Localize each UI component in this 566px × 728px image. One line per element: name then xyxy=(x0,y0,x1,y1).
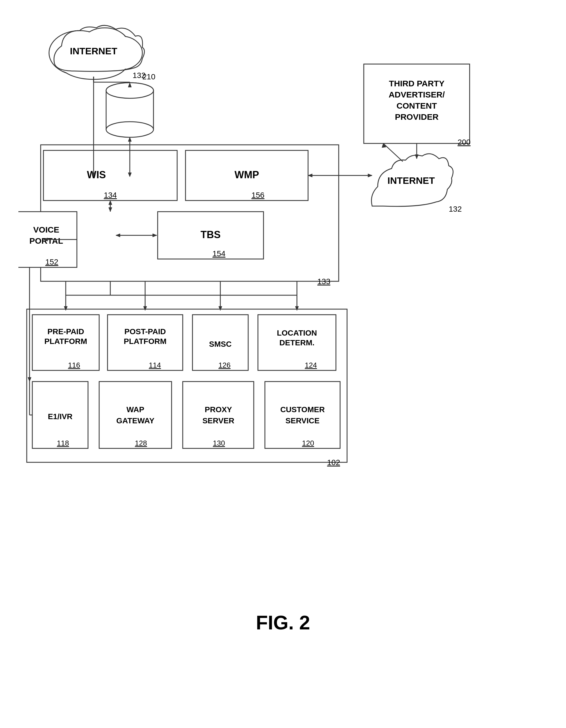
bottom-system-box xyxy=(27,309,347,462)
wap-box xyxy=(99,382,172,448)
internet-top-cloud: INTERNET 132 xyxy=(49,25,146,80)
svg-text:116: 116 xyxy=(68,361,80,369)
internet-right-cloud: INTERNET 132 xyxy=(372,154,462,213)
tbs-box xyxy=(158,212,264,259)
svg-marker-59 xyxy=(128,137,131,141)
page: INTERNET 132 INTERNET 132 THIRD PARTY AD… xyxy=(0,0,566,728)
svg-marker-54 xyxy=(128,83,131,87)
svg-text:TBS: TBS xyxy=(201,229,221,240)
svg-marker-61 xyxy=(109,207,112,212)
svg-text:PLATFORM: PLATFORM xyxy=(124,337,166,346)
svg-text:CUSTOMER: CUSTOMER xyxy=(280,405,325,414)
svg-text:PROVIDER: PROVIDER xyxy=(395,112,439,121)
internet-top-label: INTERNET xyxy=(70,46,117,56)
svg-point-3 xyxy=(60,49,127,79)
main-system-box xyxy=(41,145,339,281)
svg-text:THIRD PARTY: THIRD PARTY xyxy=(389,79,444,88)
svg-point-6 xyxy=(101,37,142,69)
svg-text:GATEWAY: GATEWAY xyxy=(116,416,155,425)
svg-line-68 xyxy=(383,143,403,162)
svg-text:102: 102 xyxy=(327,458,340,467)
svg-text:CONTENT: CONTENT xyxy=(397,101,437,110)
svg-text:PRE-PAID: PRE-PAID xyxy=(47,327,84,336)
svg-point-12 xyxy=(106,83,153,98)
svg-text:VOICE: VOICE xyxy=(33,225,59,234)
wis-box xyxy=(43,150,177,201)
svg-marker-56 xyxy=(92,173,95,177)
svg-point-5 xyxy=(80,28,129,66)
db-id: 210 xyxy=(142,72,155,81)
prepaid-box xyxy=(32,315,99,370)
svg-marker-71 xyxy=(64,306,67,311)
voice-portal-box xyxy=(18,212,77,267)
svg-text:SERVER: SERVER xyxy=(203,416,235,425)
svg-rect-13 xyxy=(106,91,153,130)
svg-point-1 xyxy=(80,28,130,67)
svg-text:152: 152 xyxy=(45,258,58,266)
svg-text:156: 156 xyxy=(252,191,265,199)
svg-marker-58 xyxy=(128,173,131,177)
svg-text:118: 118 xyxy=(57,439,69,447)
fig-label: FIG. 2 xyxy=(256,612,310,634)
svg-text:PLATFORM: PLATFORM xyxy=(44,337,87,346)
svg-point-16 xyxy=(106,122,153,137)
svg-text:PROXY: PROXY xyxy=(205,405,232,414)
svg-marker-81 xyxy=(43,238,48,241)
svg-marker-73 xyxy=(143,306,147,311)
svg-text:134: 134 xyxy=(104,191,117,199)
svg-marker-83 xyxy=(28,377,31,382)
database-icon: 210 xyxy=(106,72,155,137)
internet-top-id: 132 xyxy=(133,71,146,80)
svg-text:SMSC: SMSC xyxy=(209,340,232,348)
svg-text:133: 133 xyxy=(317,277,330,286)
e1ivr-box xyxy=(32,382,88,448)
svg-text:154: 154 xyxy=(213,249,226,258)
svg-marker-64 xyxy=(368,174,372,177)
third-party-box xyxy=(364,64,470,143)
svg-point-0 xyxy=(49,31,110,75)
svg-text:114: 114 xyxy=(149,361,161,369)
svg-text:POST-PAID: POST-PAID xyxy=(125,327,166,336)
svg-point-7 xyxy=(61,47,126,75)
svg-text:128: 128 xyxy=(135,439,147,447)
svg-text:WIS: WIS xyxy=(87,169,106,180)
svg-point-4 xyxy=(50,31,110,75)
proxy-box xyxy=(183,382,254,448)
svg-marker-69 xyxy=(382,143,386,148)
svg-marker-87 xyxy=(153,234,157,237)
svg-marker-65 xyxy=(308,174,312,177)
svg-text:WAP: WAP xyxy=(126,405,144,414)
postpaid-box xyxy=(108,315,183,370)
svg-text:130: 130 xyxy=(213,439,225,447)
svg-point-2 xyxy=(101,36,142,70)
svg-marker-62 xyxy=(109,201,112,205)
svg-text:SERVICE: SERVICE xyxy=(286,416,319,425)
svg-text:DETERM.: DETERM. xyxy=(279,338,314,347)
svg-text:WMP: WMP xyxy=(235,169,259,180)
svg-text:120: 120 xyxy=(302,439,314,447)
svg-marker-67 xyxy=(415,155,418,159)
svg-marker-75 xyxy=(219,306,222,311)
internet-right-id: 132 xyxy=(449,205,462,213)
svg-point-17 xyxy=(106,83,153,98)
diagram-area: INTERNET 132 INTERNET 132 THIRD PARTY AD… xyxy=(18,17,548,657)
svg-text:LOCATION: LOCATION xyxy=(277,329,317,337)
svg-text:E1/IVR: E1/IVR xyxy=(48,412,73,421)
smsc-box xyxy=(192,315,248,370)
customer-service-box xyxy=(265,382,340,448)
svg-marker-77 xyxy=(295,306,299,311)
internet-right-label: INTERNET xyxy=(387,175,435,186)
svg-marker-86 xyxy=(116,234,120,237)
svg-text:124: 124 xyxy=(305,361,317,369)
third-party-id: 200 xyxy=(458,138,471,146)
svg-text:126: 126 xyxy=(218,361,230,369)
wmp-box xyxy=(186,150,308,201)
svg-text:ADVERTISER/: ADVERTISER/ xyxy=(389,90,445,99)
svg-text:PORTAL: PORTAL xyxy=(29,236,63,245)
location-box xyxy=(258,315,336,370)
